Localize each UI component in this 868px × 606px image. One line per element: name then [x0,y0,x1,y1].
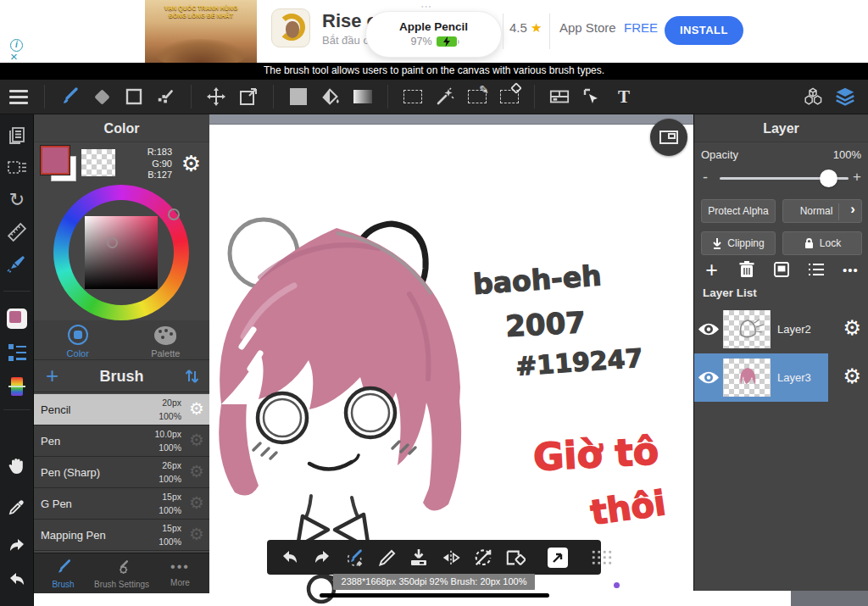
rotate-disable-button[interactable] [473,548,493,568]
brush-settings-gear-icon[interactable]: ⚙ [189,400,204,417]
layer-thumbnail[interactable] [723,310,771,348]
pen-mode-button[interactable] [376,548,397,568]
color-panel-title: Color [34,114,209,142]
brush-list: Pencil 20px 100% ⚙ Pen 10.0px 100% ⚙ Pen… [34,394,209,551]
tooltip-bar: The brush tool allows users to paint on … [0,63,868,80]
eraser-tool-button[interactable] [92,86,112,107]
layer-list-view-button[interactable] [805,259,827,281]
canvas-area[interactable]: baoh-eh 2007 #119247 Giờ tô thôi [209,114,693,606]
shape-tool-button[interactable] [124,86,144,107]
airbrush-icon[interactable] [0,250,34,275]
opacity-slider[interactable]: - + [694,167,868,191]
gradient-panel-icon[interactable] [0,374,34,399]
rotate-reset-icon[interactable]: ↻ [0,187,34,213]
tab-more[interactable]: ••• More [151,553,209,593]
ad-close-icon[interactable]: × [10,51,18,63]
layer-visibility-toggle[interactable] [694,322,723,336]
brush-row-mapping-pen[interactable]: Mapping Pen 15px 100% ⚙ [34,520,209,551]
brush-row-pen-sharp[interactable]: Pen (Sharp) 26px 100% ⚙ [34,457,209,488]
flip-horizontal-button[interactable] [441,548,461,568]
protect-alpha-button[interactable]: Protect Alpha [701,199,776,223]
layer-row-layer3[interactable]: Layer3 ⚙ [694,353,868,402]
material-cubes-button[interactable] [803,86,823,107]
toolbar-drag-handle[interactable] [590,548,614,568]
home-indicator[interactable] [320,593,549,598]
dot-pen-tool-button[interactable] [156,86,176,107]
select-pen-button[interactable]: ✎ [467,86,487,107]
battery-icon [437,36,457,47]
ad-image[interactable]: VẠN QUỐC TRANH HÙNG ĐỒNG LÒNG ĐỂ NHẤT [145,0,257,63]
tab-brush[interactable]: Brush [34,553,92,593]
text-tool-button[interactable]: T [614,86,634,107]
ruler-icon[interactable] [0,220,34,245]
layer-settings-gear-icon[interactable]: ⚙ [843,366,861,386]
brush-settings-gear-icon[interactable]: ⚙ [189,431,204,448]
redo-button[interactable] [312,548,332,568]
save-button[interactable] [409,548,429,568]
bucket-tool-button[interactable] [320,86,341,107]
strip-redo-icon[interactable] [0,533,34,559]
strip-undo-icon[interactable] [0,567,34,592]
more-dots-icon: ••• [170,559,190,574]
lock-button[interactable]: Lock [782,231,862,255]
layer-row-layer2[interactable]: Layer2 ⚙ [694,305,868,353]
layer-settings-gear-icon[interactable]: ⚙ [843,318,861,338]
opacity-decrease-button[interactable]: - [703,169,708,186]
add-layer-button[interactable]: + [701,259,723,281]
sort-brushes-button[interactable] [184,366,199,388]
select-tool-button[interactable] [403,86,423,107]
layer-more-button[interactable]: ••• [840,259,862,281]
brush-settings-gear-icon[interactable]: ⚙ [189,525,204,542]
brush-select-button[interactable] [344,548,364,568]
layer-thumbnail[interactable] [723,359,771,397]
color-settings-gear-icon[interactable]: ⚙ [181,153,201,175]
document-pages-icon[interactable] [0,123,34,148]
select-eraser-button[interactable] [499,86,520,107]
foreground-color-swatch[interactable] [41,146,76,181]
layer-visibility-toggle[interactable] [694,370,723,385]
move-tool-button[interactable] [206,86,226,107]
brush-row-pen[interactable]: Pen 10.0px 100% ⚙ [34,425,209,457]
brush-row-g-pen[interactable]: G Pen 15px 100% ⚙ [34,488,209,520]
ad-price-label: FREE [624,20,658,35]
selection-list-icon[interactable] [0,155,34,181]
ad-app-icon[interactable] [271,8,310,47]
magic-wand-button[interactable] [435,86,455,107]
fill-color-button[interactable] [288,86,309,107]
brush-list-icon[interactable] [0,340,34,365]
navigator-button[interactable] [650,119,687,156]
layers-panel-button[interactable] [835,86,855,107]
brush-tool-button[interactable] [59,86,80,107]
color-panel-icon[interactable] [0,306,34,331]
saturation-value-square[interactable] [85,216,158,289]
undo-button[interactable] [280,548,300,568]
clipping-button[interactable]: Clipping [701,231,776,255]
opacity-increase-button[interactable]: + [853,169,861,186]
brush-row-pencil[interactable]: Pencil 20px 100% ⚙ [34,394,209,425]
opacity-slider-knob[interactable] [820,170,837,187]
gradient-tool-button[interactable] [353,86,373,107]
transform-tool-button[interactable] [238,86,259,107]
menu-button[interactable] [9,90,28,104]
install-button[interactable]: INSTALL [665,16,743,45]
tab-palette[interactable]: Palette [122,320,210,359]
delete-layer-button[interactable] [736,259,758,281]
duplicate-layer-button[interactable] [771,259,793,281]
handwriting-line3: #119247 [515,343,643,381]
material-button[interactable] [548,548,568,568]
object-select-button[interactable] [581,86,602,107]
sv-selector[interactable] [107,237,118,248]
tab-color[interactable]: Color [34,320,122,359]
color-wheel[interactable] [34,185,209,320]
bottom-right-panel-stub [791,591,868,606]
tab-brush-settings[interactable]: Brush Settings [92,553,151,593]
hue-selector[interactable] [168,208,180,220]
clear-layer-button[interactable] [505,548,526,568]
eyedropper-icon[interactable] [0,494,34,520]
brush-settings-gear-icon[interactable]: ⚙ [189,494,204,511]
brush-settings-gear-icon[interactable]: ⚙ [189,463,204,480]
transparent-color-swatch[interactable] [81,149,115,176]
divide-canvas-button[interactable] [549,86,570,107]
blend-mode-button[interactable]: Normal › [782,199,862,223]
hand-tool-icon[interactable] [0,453,34,479]
